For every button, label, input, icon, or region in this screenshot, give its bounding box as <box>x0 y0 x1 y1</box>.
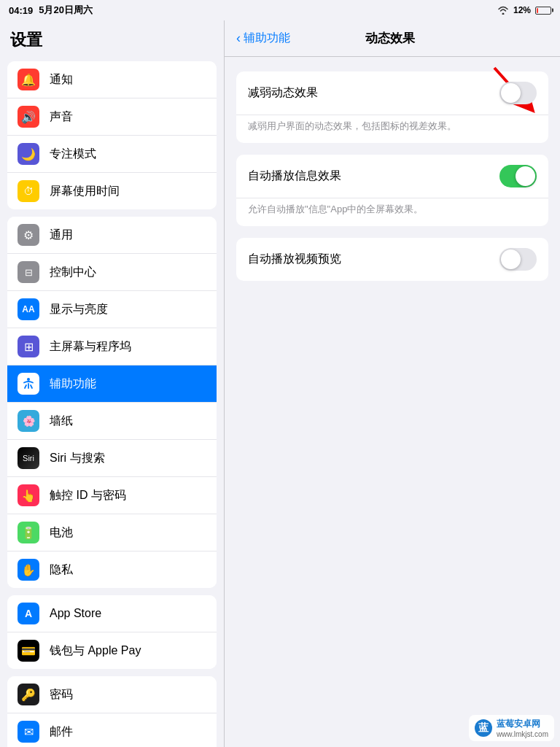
sounds-icon: 🔊 <box>18 106 39 128</box>
sidebar-label-battery: 电池 <box>50 525 73 541</box>
right-content: 减弱动态效果 减弱用户界面的动态效果，包括图标的视差效果。 自动播放信息效果 <box>225 57 560 747</box>
sidebar-item-display[interactable]: AA 显示与亮度 <box>7 291 217 328</box>
sidebar-item-accessibility[interactable]: 辅助功能 <box>7 365 217 403</box>
privacy-icon: ✋ <box>18 559 39 581</box>
sidebar-label-focus: 专注模式 <box>50 147 96 162</box>
battery-icon <box>535 7 551 15</box>
sidebar: 设置 🔔 通知 🔊 声音 🌙 专注模式 ⏱ 屏幕使用时间 ⚙ <box>0 20 225 747</box>
right-panel-wrapper: ‹ 辅助功能 动态效果 减弱动态效果 减弱用户界面的动态效果，包括图标的视差 <box>225 20 560 747</box>
sidebar-label-homescreen: 主屏幕与程序坞 <box>50 339 131 355</box>
sidebar-title: 设置 <box>0 20 224 54</box>
sidebar-item-wallet[interactable]: 💳 钱包与 Apple Pay <box>7 632 217 669</box>
page-title: 动态效果 <box>290 30 490 47</box>
watermark-brand: 蓝莓安卓网 <box>497 718 548 730</box>
focus-icon: 🌙 <box>18 143 39 165</box>
general-icon: ⚙ <box>18 224 39 246</box>
wallet-icon: 💳 <box>18 640 39 662</box>
sidebar-label-siri: Siri 与搜索 <box>50 451 105 466</box>
wifi-icon <box>497 6 509 15</box>
control-icon: ⊟ <box>18 261 39 283</box>
sidebar-label-display: 显示与亮度 <box>50 302 108 317</box>
toggle-knob-2 <box>516 166 535 186</box>
screentime-icon: ⏱ <box>18 180 39 202</box>
autoplay-message-row: 自动播放信息效果 <box>236 155 548 198</box>
touchid-icon: 👆 <box>18 484 39 506</box>
autoplay-video-section: 自动播放视频预览 <box>236 238 548 281</box>
sidebar-label-notifications: 通知 <box>50 72 73 88</box>
autoplay-video-label: 自动播放视频预览 <box>248 252 499 267</box>
sidebar-label-general: 通用 <box>50 228 73 243</box>
sidebar-item-notifications[interactable]: 🔔 通知 <box>7 61 217 98</box>
sidebar-item-general[interactable]: ⚙ 通用 <box>7 217 217 254</box>
reduce-motion-toggle[interactable] <box>499 82 537 104</box>
nav-header: ‹ 辅助功能 动态效果 <box>225 20 560 57</box>
sidebar-item-sounds[interactable]: 🔊 声音 <box>7 98 217 136</box>
sidebar-label-privacy: 隐私 <box>50 562 73 578</box>
toggle-knob <box>501 83 521 103</box>
mail-icon: ✉ <box>18 721 39 743</box>
watermark: 蓝 蓝莓安卓网 www.lmkjst.com <box>469 715 554 741</box>
sidebar-item-privacy[interactable]: ✋ 隐私 <box>7 551 217 588</box>
sidebar-section-1: 🔔 通知 🔊 声音 🌙 专注模式 ⏱ 屏幕使用时间 <box>7 61 217 209</box>
autoplay-video-toggle[interactable] <box>499 248 537 271</box>
display-icon: AA <box>18 298 39 320</box>
siri-icon: Siri <box>18 447 39 469</box>
sidebar-item-passwords[interactable]: 🔑 密码 <box>7 676 217 713</box>
toggle-knob-3 <box>501 249 521 269</box>
sidebar-item-appstore[interactable]: A App Store <box>7 595 217 632</box>
status-left: 04:19 5月20日周六 <box>9 4 93 17</box>
sidebar-section-4: 🔑 密码 ✉ 邮件 👤 通讯录 <box>7 676 217 747</box>
sidebar-label-screentime: 屏幕使用时间 <box>50 184 120 199</box>
battery-percent: 12% <box>513 5 531 15</box>
sidebar-label-appstore: App Store <box>50 607 101 620</box>
sidebar-item-siri[interactable]: Siri Siri 与搜索 <box>7 440 217 477</box>
sidebar-section-3: A App Store 💳 钱包与 Apple Pay <box>7 595 217 669</box>
sidebar-item-homescreen[interactable]: ⊞ 主屏幕与程序坞 <box>7 328 217 365</box>
reduce-motion-label: 减弱动态效果 <box>248 85 499 101</box>
sidebar-label-control: 控制中心 <box>50 265 96 280</box>
passwords-icon: 🔑 <box>18 684 39 705</box>
autoplay-message-description: 允许自动播放"信息"App中的全屏幕效果。 <box>236 198 548 226</box>
notifications-icon: 🔔 <box>18 69 39 90</box>
sidebar-label-mail: 邮件 <box>50 724 73 740</box>
reduce-motion-row: 减弱动态效果 <box>236 71 548 115</box>
sidebar-item-battery[interactable]: 🔋 电池 <box>7 514 217 551</box>
sidebar-label-accessibility: 辅助功能 <box>50 376 96 392</box>
autoplay-message-section: 自动播放信息效果 允许自动播放"信息"App中的全屏幕效果。 <box>236 155 548 226</box>
wallpaper-icon: 🌸 <box>18 410 39 432</box>
status-bar: 04:19 5月20日周六 12% <box>0 0 560 20</box>
homescreen-icon: ⊞ <box>18 336 39 357</box>
sidebar-item-mail[interactable]: ✉ 邮件 <box>7 713 217 747</box>
status-date: 5月20日周六 <box>39 4 93 17</box>
autoplay-video-row: 自动播放视频预览 <box>236 238 548 281</box>
watermark-text: 蓝莓安卓网 www.lmkjst.com <box>497 718 548 738</box>
sidebar-label-sounds: 声音 <box>50 109 73 125</box>
sidebar-item-screentime[interactable]: ⏱ 屏幕使用时间 <box>7 173 217 209</box>
sidebar-label-wallpaper: 墙纸 <box>50 414 73 429</box>
autoplay-message-label: 自动播放信息效果 <box>248 169 499 184</box>
sidebar-item-control[interactable]: ⊟ 控制中心 <box>7 254 217 291</box>
sidebar-label-passwords: 密码 <box>50 687 73 703</box>
reduce-motion-description: 减弱用户界面的动态效果，包括图标的视差效果。 <box>236 115 548 143</box>
watermark-logo: 蓝 <box>475 719 492 737</box>
sidebar-label-wallet: 钱包与 Apple Pay <box>50 643 141 659</box>
right-panel: ‹ 辅助功能 动态效果 减弱动态效果 减弱用户界面的动态效果，包括图标的视差 <box>225 20 560 747</box>
reduce-motion-section: 减弱动态效果 减弱用户界面的动态效果，包括图标的视差效果。 <box>236 71 548 143</box>
back-label: 辅助功能 <box>244 31 290 46</box>
svg-point-0 <box>27 378 30 381</box>
sidebar-item-wallpaper[interactable]: 🌸 墙纸 <box>7 403 217 440</box>
status-time: 04:19 <box>9 5 33 16</box>
back-chevron-icon: ‹ <box>236 31 241 46</box>
sidebar-label-touchid: 触控 ID 与密码 <box>50 488 126 503</box>
appstore-icon: A <box>18 603 39 624</box>
sidebar-item-focus[interactable]: 🌙 专注模式 <box>7 136 217 173</box>
sidebar-item-touchid[interactable]: 👆 触控 ID 与密码 <box>7 477 217 514</box>
battery-setting-icon: 🔋 <box>18 522 39 543</box>
autoplay-message-toggle[interactable] <box>499 165 537 187</box>
main-layout: 设置 🔔 通知 🔊 声音 🌙 专注模式 ⏱ 屏幕使用时间 ⚙ <box>0 20 560 747</box>
sidebar-section-2: ⚙ 通用 ⊟ 控制中心 AA 显示与亮度 ⊞ 主屏幕与程序坞 <box>7 217 217 588</box>
watermark-url: www.lmkjst.com <box>497 730 548 738</box>
accessibility-icon <box>18 373 39 395</box>
status-right: 12% <box>497 5 551 15</box>
back-button[interactable]: ‹ 辅助功能 <box>236 31 290 46</box>
